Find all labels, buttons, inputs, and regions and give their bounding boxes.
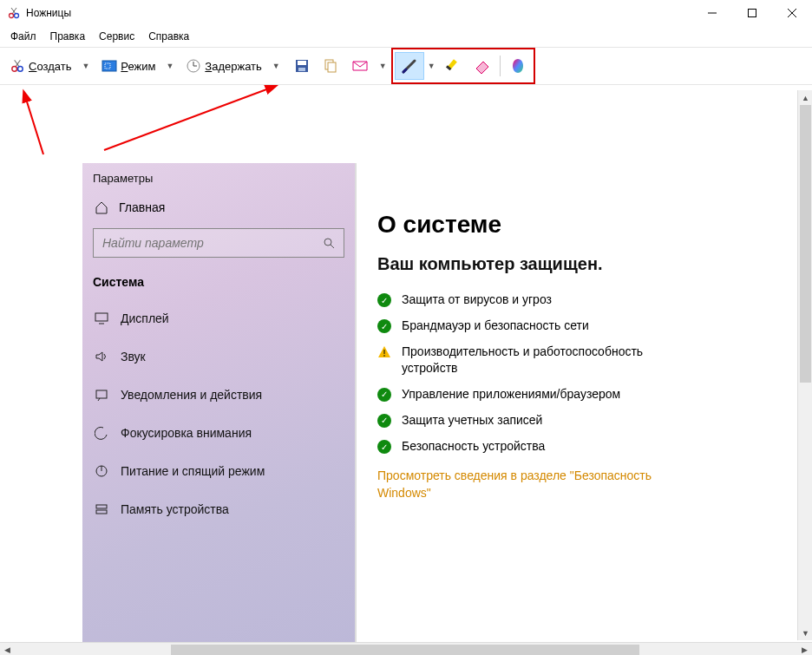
eraser-button[interactable] bbox=[468, 52, 496, 80]
sidebar-item-display[interactable]: Дисплей bbox=[82, 299, 355, 337]
svg-rect-3 bbox=[749, 10, 756, 17]
maximize-button[interactable] bbox=[732, 0, 772, 26]
svg-rect-14 bbox=[298, 61, 306, 65]
delay-dropdown[interactable]: ▼ bbox=[272, 62, 280, 70]
sidebar-item-label: Уведомления и действия bbox=[121, 388, 262, 402]
annotation-tools-highlight: ▼ bbox=[391, 48, 535, 84]
status-text: Брандмауэр и безопасность сети bbox=[402, 318, 589, 333]
display-icon bbox=[95, 311, 108, 325]
warning-icon bbox=[377, 345, 391, 359]
check-icon: ✓ bbox=[377, 440, 391, 454]
svg-rect-26 bbox=[95, 313, 108, 321]
vertical-scroll-thumb[interactable] bbox=[800, 105, 811, 383]
pen-button[interactable] bbox=[395, 52, 424, 80]
minimize-button[interactable] bbox=[692, 0, 732, 26]
window-title: Ножницы bbox=[26, 7, 71, 19]
svg-point-34 bbox=[383, 356, 385, 357]
sidebar-home[interactable]: Главная bbox=[82, 192, 355, 223]
settings-content: О системе Ваш компьютер защищен. ✓Защита… bbox=[356, 163, 794, 642]
status-text: Безопасность устройства bbox=[402, 438, 545, 454]
menu-tools[interactable]: Сервис bbox=[94, 28, 140, 45]
power-icon bbox=[95, 464, 108, 478]
menu-file[interactable]: Файл bbox=[5, 28, 42, 45]
paint3d-button[interactable] bbox=[504, 52, 532, 80]
separator bbox=[500, 56, 501, 76]
toolbar: Создать ▼ Режим ▼ Задержать ▼ ▼ ▼ bbox=[0, 47, 812, 85]
svg-rect-17 bbox=[328, 62, 336, 72]
save-button[interactable] bbox=[288, 52, 316, 80]
svg-line-19 bbox=[403, 69, 406, 72]
sound-icon bbox=[95, 350, 108, 364]
search-icon bbox=[323, 237, 335, 249]
svg-rect-8 bbox=[102, 61, 116, 71]
sidebar-item-label: Фокусировка внимания bbox=[121, 426, 252, 440]
about-heading: О системе bbox=[377, 211, 773, 239]
send-button[interactable] bbox=[345, 52, 375, 80]
sidebar-item-power[interactable]: Питание и спящий режим bbox=[82, 452, 355, 490]
svg-rect-15 bbox=[298, 68, 305, 71]
menu-help[interactable]: Справка bbox=[143, 28, 194, 45]
copy-button[interactable] bbox=[317, 52, 344, 80]
status-row: ✓Защита учетных записей bbox=[377, 412, 773, 428]
status-row: ✓Защита от вирусов и угроз bbox=[377, 291, 773, 307]
search-input[interactable] bbox=[102, 236, 302, 250]
send-dropdown[interactable]: ▼ bbox=[379, 62, 387, 70]
search-box[interactable] bbox=[93, 228, 344, 258]
horizontal-scrollbar[interactable]: ◀ ▶ bbox=[0, 642, 812, 655]
close-button[interactable] bbox=[772, 0, 812, 26]
svg-rect-28 bbox=[96, 390, 107, 398]
new-snip-button[interactable]: Создать bbox=[3, 52, 77, 80]
svg-point-0 bbox=[10, 14, 14, 18]
sidebar-item-sound[interactable]: Звук bbox=[82, 337, 355, 376]
sidebar-item-label: Звук bbox=[121, 350, 146, 364]
scroll-left-button[interactable]: ◀ bbox=[0, 643, 15, 656]
app-icon bbox=[7, 6, 21, 20]
svg-line-23 bbox=[104, 88, 269, 150]
svg-rect-32 bbox=[96, 510, 107, 514]
svg-point-6 bbox=[12, 67, 17, 72]
mode-dropdown[interactable]: ▼ bbox=[166, 62, 174, 70]
svg-point-7 bbox=[18, 67, 23, 72]
pen-dropdown[interactable]: ▼ bbox=[428, 62, 435, 70]
svg-line-22 bbox=[26, 99, 43, 154]
scroll-right-button[interactable]: ▶ bbox=[797, 643, 812, 656]
title-bar: Ножницы bbox=[0, 0, 812, 26]
sidebar-item-focus[interactable]: Фокусировка внимания bbox=[82, 414, 355, 452]
svg-point-1 bbox=[15, 14, 19, 18]
window-controls bbox=[692, 0, 812, 26]
status-text: Управление приложениями/браузером bbox=[402, 386, 620, 402]
highlighter-button[interactable] bbox=[441, 52, 468, 80]
check-icon: ✓ bbox=[377, 388, 391, 402]
check-icon: ✓ bbox=[377, 293, 391, 307]
vertical-scrollbar[interactable]: ▲ ▼ bbox=[797, 90, 812, 640]
scroll-down-button[interactable]: ▼ bbox=[798, 626, 812, 640]
svg-line-25 bbox=[331, 245, 334, 248]
settings-sidebar: Параметры Главная Система Дисплей Звук У… bbox=[82, 163, 356, 642]
check-icon: ✓ bbox=[377, 414, 391, 428]
status-row: ✓Безопасность устройства bbox=[377, 438, 773, 454]
settings-window: Параметры Главная Система Дисплей Звук У… bbox=[82, 163, 794, 642]
sidebar-item-notifications[interactable]: Уведомления и действия bbox=[82, 376, 355, 414]
settings-title: Параметры bbox=[82, 163, 355, 192]
mode-button[interactable]: Режим bbox=[95, 52, 161, 80]
security-link[interactable]: Просмотреть сведения в разделе "Безопасн… bbox=[377, 468, 655, 501]
status-row: ✓Брандмауэр и безопасность сети bbox=[377, 318, 773, 333]
status-text: Защита учетных записей bbox=[402, 412, 542, 428]
menu-bar: Файл Правка Сервис Справка bbox=[0, 26, 812, 47]
storage-icon bbox=[95, 502, 108, 516]
svg-rect-31 bbox=[96, 505, 107, 508]
menu-edit[interactable]: Правка bbox=[45, 28, 91, 45]
sidebar-item-storage[interactable]: Память устройства bbox=[82, 490, 355, 528]
horizontal-scroll-thumb[interactable] bbox=[171, 645, 639, 656]
security-status-list: ✓Защита от вирусов и угроз✓Брандмауэр и … bbox=[377, 291, 773, 454]
scroll-up-button[interactable]: ▲ bbox=[798, 90, 812, 105]
status-text: Производительность и работоспособность у… bbox=[402, 344, 671, 375]
sidebar-item-label: Память устройства bbox=[121, 502, 229, 516]
snip-canvas: Параметры Главная Система Дисплей Звук У… bbox=[0, 85, 812, 642]
new-dropdown[interactable]: ▼ bbox=[82, 62, 89, 70]
sidebar-item-label: Дисплей bbox=[121, 311, 169, 325]
notifications-icon bbox=[95, 388, 108, 402]
home-icon bbox=[95, 200, 108, 214]
sidebar-home-label: Главная bbox=[119, 200, 165, 214]
delay-button[interactable]: Задержать bbox=[180, 52, 268, 80]
